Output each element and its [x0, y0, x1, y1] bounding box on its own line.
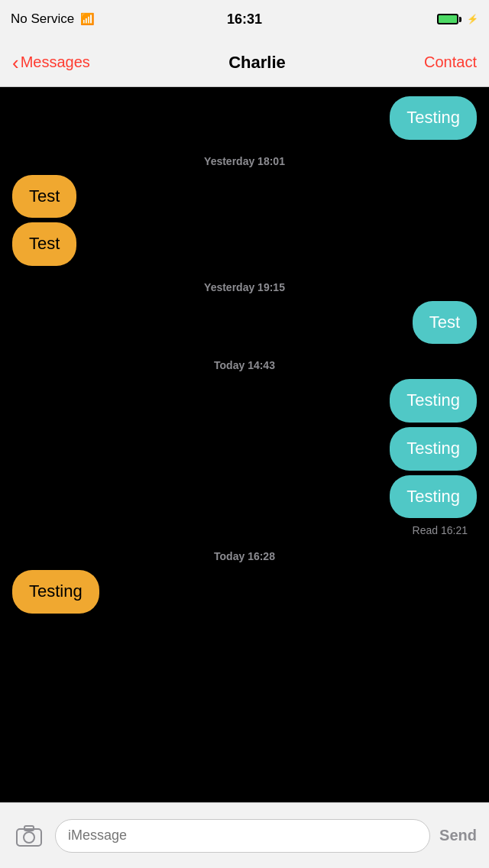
message-row: Testing [12, 475, 477, 519]
message-bubble: Testing [12, 570, 99, 614]
message-row: Testing [12, 379, 477, 423]
chevron-left-icon: ‹ [12, 53, 19, 73]
message-row: Test [12, 175, 477, 219]
battery-icon [437, 14, 461, 24]
message-row: Test [12, 301, 477, 345]
camera-button[interactable] [12, 819, 46, 853]
read-receipt: Read 16:21 [12, 524, 477, 536]
message-row: Testing [12, 427, 477, 471]
nav-title: Charlie [228, 53, 286, 73]
svg-point-1 [24, 832, 34, 843]
carrier-label: No Service [11, 11, 74, 27]
timestamp-label: Today 14:43 [12, 359, 477, 371]
status-left: No Service 📶 [11, 11, 95, 27]
message-bubble: Testing [390, 427, 477, 471]
timestamp-label: Today 16:28 [12, 550, 477, 562]
camera-icon [16, 825, 42, 847]
status-time: 16:31 [227, 11, 262, 28]
input-bar: Send [0, 802, 489, 868]
message-row: Test [12, 222, 477, 266]
nav-bar: ‹ Messages Charlie Contact [0, 38, 489, 87]
message-bubble: Testing [390, 475, 477, 519]
message-row: Testing [12, 96, 477, 140]
bolt-icon: ⚡ [467, 14, 478, 24]
send-button[interactable]: Send [439, 827, 477, 844]
message-bubble: Testing [390, 96, 477, 140]
status-bar: No Service 📶 16:31 ⚡ [0, 0, 489, 38]
message-bubble: Testing [390, 379, 477, 423]
wifi-icon: 📶 [80, 12, 95, 26]
timestamp-label: Yesterday 19:15 [12, 281, 477, 293]
battery-body [437, 14, 458, 24]
back-button[interactable]: ‹ Messages [12, 53, 90, 73]
contact-button[interactable]: Contact [424, 53, 477, 71]
battery-tip [459, 17, 461, 22]
timestamp-label: Yesterday 18:01 [12, 155, 477, 167]
message-row: Testing [12, 570, 477, 614]
messages-area: TestingYesterday 18:01TestTestYesterday … [0, 87, 489, 802]
message-bubble: Test [12, 175, 76, 219]
message-input[interactable] [55, 819, 430, 853]
message-bubble: Test [12, 222, 76, 266]
message-bubble: Test [413, 301, 477, 345]
status-right: ⚡ [437, 14, 478, 24]
back-label: Messages [21, 53, 90, 71]
